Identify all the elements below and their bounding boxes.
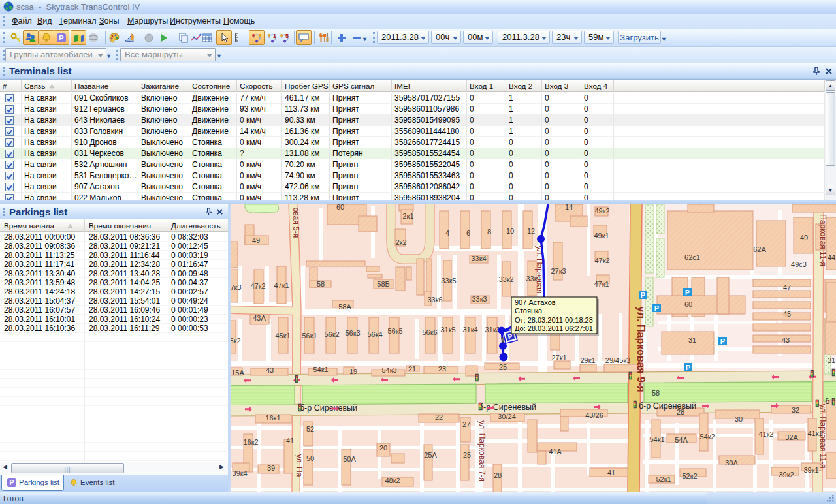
svg-text:45к2: 45к2 (231, 337, 241, 345)
svg-text:58А: 58А (338, 303, 351, 311)
svg-text:56к3: 56к3 (345, 329, 360, 337)
svg-text:27: 27 (462, 420, 470, 428)
svg-text:49: 49 (252, 236, 260, 244)
svg-text:43: 43 (266, 366, 274, 374)
svg-text:28: 28 (494, 471, 502, 479)
svg-text:54к1: 54к1 (313, 366, 328, 373)
svg-text:6: 6 (466, 229, 470, 237)
svg-text:56к2: 56к2 (324, 330, 339, 338)
svg-text:39к4: 39к4 (232, 469, 247, 477)
svg-text:31к4: 31к4 (462, 326, 477, 334)
svg-text:P: P (654, 304, 659, 312)
svg-text:33к2: 33к2 (498, 276, 513, 283)
svg-text:56к5: 56к5 (387, 327, 402, 335)
svg-text:7к3: 7к3 (231, 283, 242, 291)
svg-text:48к2: 48к2 (385, 477, 400, 484)
svg-text:47к2: 47к2 (250, 282, 265, 290)
svg-text:ул. Па: ул. Па (295, 454, 304, 477)
svg-text:33к4: 33к4 (471, 255, 486, 262)
svg-text:54к3: 54к3 (381, 366, 396, 374)
svg-text:43/26: 43/26 (585, 411, 603, 419)
svg-text:2к2: 2к2 (395, 238, 406, 246)
svg-text:25: 25 (499, 363, 507, 371)
svg-text:32А: 32А (785, 433, 798, 441)
svg-text:52к1: 52к1 (656, 475, 671, 483)
svg-text:30А: 30А (725, 459, 738, 467)
svg-text:P: P (59, 34, 63, 42)
svg-text:P: P (685, 289, 690, 296)
svg-text:62А: 62А (753, 245, 766, 253)
svg-text:58: 58 (317, 280, 325, 288)
svg-text:23: 23 (438, 365, 446, 373)
svg-text:ул. Парковая 11-я: ул. Парковая 11-я (818, 403, 828, 468)
svg-text:47: 47 (783, 283, 791, 291)
svg-text:31к5: 31к5 (440, 326, 455, 334)
svg-text:39к1: 39к1 (803, 466, 818, 474)
svg-text:49к1: 49к1 (594, 232, 609, 240)
svg-text:41А: 41А (549, 448, 562, 456)
svg-text:29/45к3: 29/45к3 (605, 356, 630, 364)
svg-text:56к1: 56к1 (302, 332, 317, 339)
svg-text:Парковая 11-я: Парковая 11-я (818, 214, 828, 266)
svg-text:54к2: 54к2 (699, 433, 715, 441)
svg-text:56к6: 56к6 (422, 328, 437, 336)
svg-text:От: 28.03.2011 00:18:28: От: 28.03.2011 00:18:28 (515, 316, 593, 324)
svg-text:2к1: 2к1 (402, 212, 413, 220)
svg-text:P: P (686, 364, 690, 371)
svg-text:25А: 25А (424, 451, 437, 459)
svg-text:60: 60 (336, 204, 344, 211)
svg-text:12: 12 (527, 227, 535, 235)
svg-text:P: P (720, 338, 725, 345)
svg-text:49к2: 49к2 (594, 207, 609, 215)
svg-text:4: 4 (445, 229, 449, 237)
svg-text:20: 20 (379, 444, 387, 452)
svg-text:56к4: 56к4 (367, 330, 382, 338)
svg-text:30: 30 (735, 415, 743, 423)
svg-text:43: 43 (782, 336, 790, 344)
svg-text:31: 31 (688, 336, 696, 344)
svg-text:30/24: 30/24 (498, 413, 516, 420)
svg-text:14: 14 (565, 204, 573, 211)
svg-text:27к3: 27к3 (551, 267, 566, 275)
svg-text:47к1: 47к1 (274, 281, 289, 289)
svg-text:41: 41 (607, 469, 615, 477)
svg-text:50А: 50А (343, 455, 356, 463)
svg-text:29к1: 29к1 (580, 356, 595, 364)
svg-text:Стоянка: Стоянка (515, 307, 543, 315)
svg-text:16к1: 16к1 (265, 414, 280, 422)
svg-text:52: 52 (306, 425, 314, 433)
svg-text:44: 44 (828, 253, 835, 261)
svg-text:До: 28.03.2011 06:27:01: До: 28.03.2011 06:27:01 (515, 324, 593, 332)
svg-text:б-: б- (825, 397, 832, 406)
svg-text:45: 45 (783, 310, 791, 318)
svg-text:б-р Сиреневый: б-р Сиреневый (639, 402, 696, 411)
svg-text:45к1: 45к1 (275, 332, 290, 339)
svg-text:19: 19 (349, 368, 357, 375)
svg-text:49с3: 49с3 (791, 260, 807, 268)
svg-text:39к2: 39к2 (779, 471, 794, 479)
svg-text:50: 50 (306, 454, 314, 462)
svg-text:25: 25 (463, 451, 471, 459)
svg-text:15А: 15А (231, 369, 244, 377)
svg-text:31: 31 (828, 356, 835, 364)
svg-text:58Б: 58Б (377, 280, 389, 288)
svg-text:60: 60 (684, 300, 692, 308)
svg-text:52к2: 52к2 (682, 472, 697, 480)
svg-text:41к2: 41к2 (758, 430, 773, 438)
svg-text:ул. Парковая 7-я: ул. Парковая 7-я (477, 420, 487, 481)
svg-text:33к3: 33к3 (472, 295, 487, 303)
svg-text:27к1: 27к1 (551, 354, 566, 362)
svg-text:16к2: 16к2 (243, 438, 258, 446)
svg-text:21: 21 (408, 365, 416, 373)
svg-text:49: 49 (800, 234, 808, 242)
svg-text:47к1: 47к1 (594, 280, 609, 288)
svg-text:47к2: 47к2 (594, 257, 609, 264)
svg-text:41: 41 (286, 437, 294, 445)
svg-text:33к5: 33к5 (441, 277, 456, 285)
svg-text:54к1: 54к1 (649, 435, 664, 443)
svg-text:39: 39 (267, 464, 275, 472)
svg-text:58: 58 (652, 389, 660, 397)
svg-text:33к6: 33к6 (427, 296, 442, 304)
svg-text:8: 8 (487, 228, 491, 236)
svg-text:22: 22 (435, 413, 443, 421)
